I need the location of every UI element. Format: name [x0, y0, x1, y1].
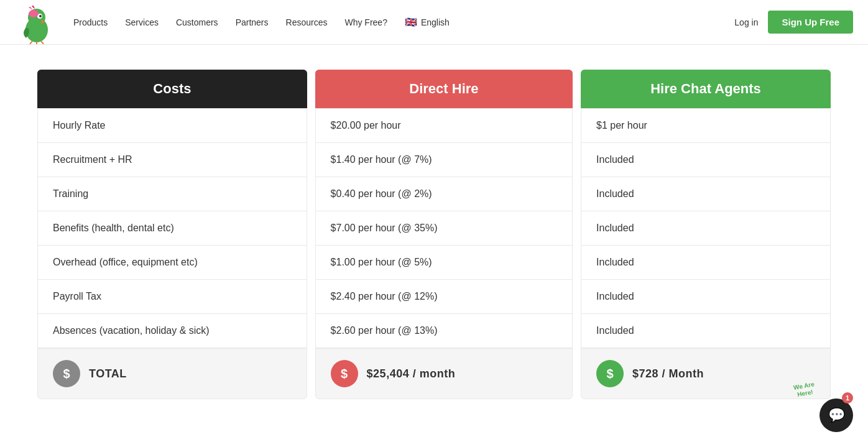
total-icon-direct: $	[331, 360, 358, 387]
cell-hire-benefits: Included	[581, 211, 831, 246]
nav-products[interactable]: Products	[73, 17, 108, 27]
svg-line-5	[30, 41, 32, 44]
nav-partners[interactable]: Partners	[236, 17, 269, 27]
comparison-table: Costs Direct Hire Hire Chat Agents Hourl…	[37, 70, 831, 399]
chat-icon: 💬	[828, 407, 845, 423]
cell-hire-payroll-tax: Included	[581, 280, 831, 314]
table-row: Training $0.40 per hour (@ 2%) Included	[37, 177, 831, 211]
cell-label-benefits: Benefits (health, dental etc)	[37, 211, 307, 246]
svg-line-7	[41, 41, 44, 44]
total-direct-value: $25,404 / month	[367, 367, 456, 380]
cell-direct-training: $0.40 per hour (@ 2%)	[315, 177, 573, 211]
nav-links: Products Services Customers Partners Res…	[73, 16, 734, 28]
logo[interactable]	[15, 4, 58, 41]
table-row: Hourly Rate $20.00 per hour $1 per hour	[37, 108, 831, 143]
table-row: Payroll Tax $2.40 per hour (@ 12%) Inclu…	[37, 280, 831, 314]
cell-direct-overhead: $1.00 per hour (@ 5%)	[315, 246, 573, 280]
svg-point-4	[29, 10, 39, 17]
nav-services[interactable]: Services	[125, 17, 159, 27]
cell-direct-payroll-tax: $2.40 per hour (@ 12%)	[315, 280, 573, 314]
table-row: Absences (vacation, holiday & sick) $2.6…	[37, 314, 831, 348]
cell-total-label: $ TOTAL	[37, 348, 307, 399]
chat-badge: 1	[842, 392, 853, 403]
cell-label-hourly-rate: Hourly Rate	[37, 108, 307, 143]
total-label: TOTAL	[89, 367, 127, 380]
chat-bubble: We Are Here! 💬 1	[803, 382, 853, 424]
table-row: Recruitment + HR $1.40 per hour (@ 7%) I…	[37, 143, 831, 177]
nav-why-free[interactable]: Why Free?	[344, 17, 387, 27]
navbar: Products Services Customers Partners Res…	[0, 0, 868, 45]
cell-direct-absences: $2.60 per hour (@ 13%)	[315, 314, 573, 348]
cell-hire-hourly-rate: $1 per hour	[581, 108, 831, 143]
cell-hire-overhead: Included	[581, 246, 831, 280]
header-direct: Direct Hire	[315, 70, 573, 108]
cell-label-recruitment: Recruitment + HR	[37, 143, 307, 177]
signup-button[interactable]: Sign Up Free	[768, 11, 853, 34]
header-hire: Hire Chat Agents	[581, 70, 831, 108]
total-hire-value: $728 / Month	[632, 367, 704, 380]
cell-label-training: Training	[37, 177, 307, 211]
svg-point-3	[39, 15, 42, 17]
language-label: English	[421, 17, 450, 27]
cell-hire-absences: Included	[581, 314, 831, 348]
spacer-2	[573, 70, 581, 108]
cell-hire-training: Included	[581, 177, 831, 211]
total-icon-costs: $	[53, 360, 80, 387]
nav-actions: Log in Sign Up Free	[734, 11, 853, 34]
cell-label-payroll-tax: Payroll Tax	[37, 280, 307, 314]
cell-direct-hourly-rate: $20.00 per hour	[315, 108, 573, 143]
parrot-logo-icon	[15, 4, 58, 44]
cell-label-overhead: Overhead (office, equipment etc)	[37, 246, 307, 280]
table-header-row: Costs Direct Hire Hire Chat Agents	[37, 70, 831, 108]
total-row: $ TOTAL $ $25,404 / month $ $728 / Month	[37, 348, 831, 399]
total-icon-hire: $	[596, 360, 624, 387]
cell-label-absences: Absences (vacation, holiday & sick)	[37, 314, 307, 348]
nav-customers[interactable]: Customers	[176, 17, 218, 27]
cell-direct-recruitment: $1.40 per hour (@ 7%)	[315, 143, 573, 177]
cell-hire-recruitment: Included	[581, 143, 831, 177]
table-row: Overhead (office, equipment etc) $1.00 p…	[37, 246, 831, 280]
nav-resources[interactable]: Resources	[286, 17, 328, 27]
flag-icon: 🇬🇧	[405, 16, 417, 28]
language-selector[interactable]: 🇬🇧 English	[405, 16, 450, 28]
cell-direct-benefits: $7.00 per hour (@ 35%)	[315, 211, 573, 246]
cell-total-direct: $ $25,404 / month	[315, 348, 573, 399]
main-content: Costs Direct Hire Hire Chat Agents Hourl…	[0, 45, 868, 424]
spacer-1	[307, 70, 315, 108]
login-button[interactable]: Log in	[734, 17, 758, 27]
header-costs: Costs	[37, 70, 307, 108]
table-row: Benefits (health, dental etc) $7.00 per …	[37, 211, 831, 246]
